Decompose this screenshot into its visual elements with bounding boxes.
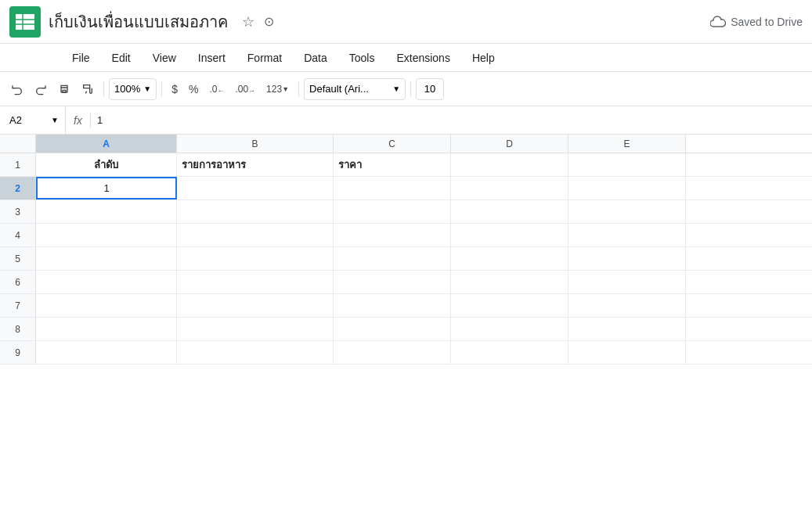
history-icon[interactable]: ⊙ (264, 14, 274, 29)
cell-e3[interactable] (568, 200, 686, 223)
cell-a2[interactable]: 1 (36, 177, 177, 199)
cell-c2[interactable] (334, 177, 451, 199)
zoom-selector[interactable]: 100% ▼ (109, 78, 157, 100)
col-header-c[interactable]: C (334, 135, 451, 153)
cell-c7[interactable] (334, 294, 451, 317)
separator-2 (161, 81, 162, 97)
table-row: 4 (0, 224, 812, 247)
format-currency-button[interactable]: $ (167, 78, 182, 100)
print-button[interactable] (53, 78, 75, 100)
separator-1 (103, 81, 104, 97)
row-num-4[interactable]: 4 (0, 224, 36, 246)
cell-e7[interactable] (568, 294, 686, 317)
font-family-dropdown-icon: ▼ (392, 84, 400, 93)
decimal0-label: .0 (209, 84, 217, 95)
cell-d7[interactable] (451, 294, 568, 317)
cell-b6[interactable] (177, 271, 334, 293)
cell-d5[interactable] (451, 247, 568, 270)
cell-a6[interactable] (36, 271, 177, 293)
increase-decimal-button[interactable]: .00 → (230, 78, 260, 100)
table-row: 7 (0, 294, 812, 318)
cell-b3[interactable] (177, 200, 334, 223)
cell-d9[interactable] (451, 341, 568, 364)
cell-b7[interactable] (177, 294, 334, 317)
formula-input[interactable]: 1 (97, 114, 809, 126)
fx-label: fx (66, 114, 90, 127)
formula-bar: A2 ▼ fx 1 (0, 106, 812, 135)
cell-c5[interactable] (334, 247, 451, 270)
cell-d3[interactable] (451, 200, 568, 223)
menu-format[interactable]: Format (238, 49, 291, 67)
table-row: 6 (0, 271, 812, 294)
cell-reference-box[interactable]: A2 ▼ (3, 106, 66, 134)
doc-title[interactable]: เก็บเงินเพื่อนแบบเสมอภาค (49, 9, 228, 34)
cell-b5[interactable] (177, 247, 334, 270)
cell-c3[interactable] (334, 200, 451, 223)
cell-d6[interactable] (451, 271, 568, 293)
redo-button[interactable] (30, 78, 52, 100)
menu-data[interactable]: Data (294, 49, 337, 67)
row-num-1[interactable]: 1 (0, 153, 36, 176)
menu-view[interactable]: View (143, 49, 186, 67)
table-row: 3 (0, 200, 812, 224)
col-header-d[interactable]: D (451, 135, 568, 153)
menu-file[interactable]: File (63, 49, 99, 67)
cell-b8[interactable] (177, 318, 334, 340)
cell-d4[interactable] (451, 224, 568, 246)
font-family-selector[interactable]: Default (Ari... ▼ (304, 78, 406, 100)
cell-e8[interactable] (568, 318, 686, 340)
decrease-decimal-button[interactable]: .0 ← (204, 78, 229, 100)
cell-b4[interactable] (177, 224, 334, 246)
cell-a4[interactable] (36, 224, 177, 246)
font-family-value: Default (Ari... (309, 83, 389, 95)
menu-tools[interactable]: Tools (340, 49, 384, 67)
cell-c8[interactable] (334, 318, 451, 340)
cell-e4[interactable] (568, 224, 686, 246)
cell-a5[interactable] (36, 247, 177, 270)
cell-b1[interactable]: รายการอาหาร (177, 153, 334, 176)
more-formats-button[interactable]: 123 ▼ (262, 78, 294, 100)
cell-b2[interactable] (177, 177, 334, 199)
cell-b9[interactable] (177, 341, 334, 364)
cell-d8[interactable] (451, 318, 568, 340)
cell-c9[interactable] (334, 341, 451, 364)
menu-extensions[interactable]: Extensions (387, 49, 459, 67)
toolbar: 100% ▼ $ % .0 ← .00 → 123 ▼ Default (Ari… (0, 72, 812, 106)
menu-edit[interactable]: Edit (103, 49, 140, 67)
cell-c1[interactable]: ราคา (334, 153, 451, 176)
menu-help[interactable]: Help (463, 49, 504, 67)
cell-a9[interactable] (36, 341, 177, 364)
separator-4 (410, 81, 411, 97)
cell-a3[interactable] (36, 200, 177, 223)
format-percent-button[interactable]: % (184, 78, 203, 100)
col-header-e[interactable]: E (568, 135, 686, 153)
cell-e5[interactable] (568, 247, 686, 270)
cell-d1[interactable] (451, 153, 568, 176)
cell-a7[interactable] (36, 294, 177, 317)
cell-e2[interactable] (568, 177, 686, 199)
row-num-7[interactable]: 7 (0, 294, 36, 317)
row-num-5[interactable]: 5 (0, 247, 36, 270)
cell-a1[interactable]: ลำดับ (36, 153, 177, 176)
star-icon[interactable]: ☆ (242, 13, 254, 31)
row-num-3[interactable]: 3 (0, 200, 36, 223)
row-num-8[interactable]: 8 (0, 318, 36, 340)
cell-d2[interactable] (451, 177, 568, 199)
paint-format-button[interactable] (77, 78, 99, 100)
col-header-a[interactable]: A (36, 135, 177, 153)
more-formats-label: 123 (266, 84, 282, 95)
cell-e1[interactable] (568, 153, 686, 176)
row-num-9[interactable]: 9 (0, 341, 36, 364)
col-header-b[interactable]: B (177, 135, 334, 153)
cell-e6[interactable] (568, 271, 686, 293)
menu-insert[interactable]: Insert (189, 49, 235, 67)
cell-e9[interactable] (568, 341, 686, 364)
cell-c4[interactable] (334, 224, 451, 246)
row-num-6[interactable]: 6 (0, 271, 36, 293)
formula-bar-separator (90, 113, 91, 128)
undo-button[interactable] (6, 78, 28, 100)
cell-a8[interactable] (36, 318, 177, 340)
cell-c6[interactable] (334, 271, 451, 293)
row-num-2[interactable]: 2 (0, 177, 36, 199)
font-size-input[interactable]: 10 (416, 78, 444, 100)
